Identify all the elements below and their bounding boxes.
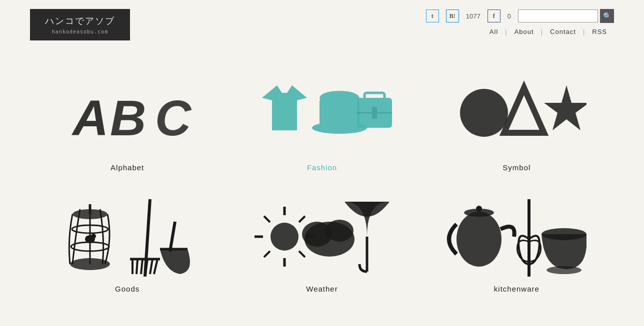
header: ハンコでアソブ hankodeasobu.com t B! 1077 f 0 🔍… xyxy=(0,0,644,40)
svg-line-36 xyxy=(264,216,270,222)
facebook-icon[interactable]: f xyxy=(488,9,500,22)
svg-marker-12 xyxy=(504,88,544,133)
twitter-icon[interactable]: t xyxy=(426,9,439,22)
search-row: 🔍 xyxy=(518,9,614,23)
weather-label: Weather xyxy=(306,285,338,293)
logo[interactable]: ハンコでアソブ hankodeasobu.com xyxy=(30,9,130,40)
category-grid: A B C Alphabet xyxy=(0,40,644,323)
svg-rect-8 xyxy=(364,93,384,100)
category-fashion[interactable]: Fashion xyxy=(224,60,419,182)
svg-marker-13 xyxy=(544,85,586,130)
header-top-row: t B! 1077 f 0 🔍 xyxy=(426,9,614,23)
header-right: t B! 1077 f 0 🔍 All | About | Contact | … xyxy=(426,9,614,35)
svg-point-31 xyxy=(270,223,298,251)
svg-line-25 xyxy=(141,259,142,274)
category-alphabet[interactable]: A B C Alphabet xyxy=(30,60,224,182)
hatena-icon[interactable]: B! xyxy=(446,9,459,22)
fashion-label: Fashion xyxy=(307,163,337,172)
svg-line-38 xyxy=(299,216,305,222)
svg-rect-10 xyxy=(372,107,377,119)
category-symbol[interactable]: Symbol xyxy=(420,60,614,182)
svg-point-44 xyxy=(456,212,502,267)
svg-text:C: C xyxy=(155,90,192,146)
svg-point-48 xyxy=(542,228,586,240)
svg-point-49 xyxy=(546,266,582,274)
category-goods[interactable]: Goods xyxy=(30,182,224,303)
svg-line-39 xyxy=(264,251,270,257)
logo-jp: ハンコでアソブ xyxy=(39,15,121,27)
category-weather[interactable]: Weather xyxy=(224,182,419,303)
goods-image xyxy=(58,197,198,277)
svg-text:A: A xyxy=(71,90,108,146)
goods-label: Goods xyxy=(115,285,140,293)
svg-point-20 xyxy=(91,234,96,239)
symbol-image xyxy=(446,75,586,155)
svg-line-29 xyxy=(170,222,175,252)
svg-line-24 xyxy=(136,259,138,274)
svg-line-37 xyxy=(299,251,305,257)
alphabet-image: A B C xyxy=(58,75,198,155)
kitchenware-label: kitchenware xyxy=(494,285,540,293)
fashion-image xyxy=(252,75,392,155)
kitchenware-image xyxy=(446,197,586,277)
nav-rss[interactable]: RSS xyxy=(585,28,614,35)
symbol-label: Symbol xyxy=(502,163,530,172)
svg-point-11 xyxy=(460,89,508,137)
search-input[interactable] xyxy=(518,9,598,22)
logo-en: hankodeasobu.com xyxy=(39,29,121,34)
search-button[interactable]: 🔍 xyxy=(600,9,614,23)
svg-text:B: B xyxy=(110,90,146,146)
nav-contact[interactable]: Contact xyxy=(543,28,583,35)
svg-point-46 xyxy=(476,206,482,212)
hatena-count: 1077 xyxy=(466,12,480,20)
nav-about[interactable]: About xyxy=(508,28,541,35)
category-kitchenware[interactable]: kitchenware xyxy=(420,182,614,303)
alphabet-label: Alphabet xyxy=(110,163,144,172)
svg-point-42 xyxy=(326,220,354,242)
svg-point-6 xyxy=(320,91,360,105)
svg-line-28 xyxy=(154,259,158,274)
svg-line-27 xyxy=(150,259,152,274)
facebook-count: 0 xyxy=(508,12,511,20)
weather-image xyxy=(252,197,392,277)
nav-all[interactable]: All xyxy=(482,28,505,35)
nav-row: All | About | Contact | RSS xyxy=(482,28,614,35)
